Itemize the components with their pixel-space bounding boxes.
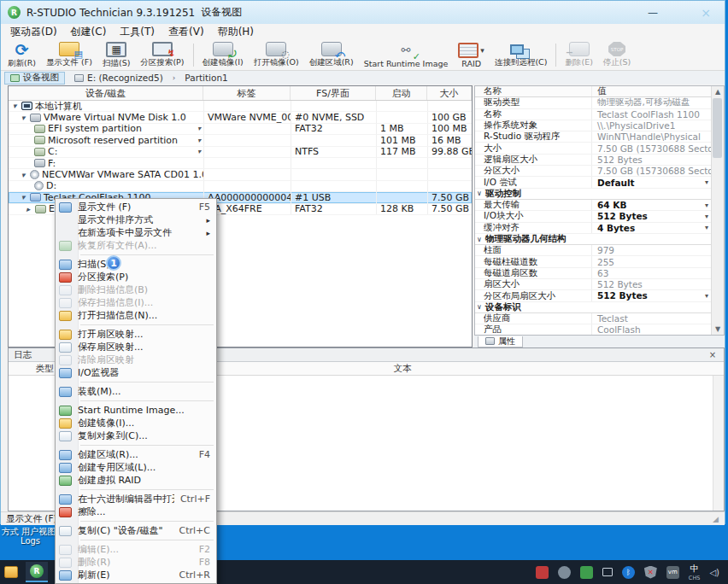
- properties-tab-bar: 属性: [474, 336, 725, 347]
- computer-icon: [21, 102, 32, 110]
- table-row-c-drive[interactable]: C:▾ NTFS117 MB99.88 GB: [9, 147, 472, 158]
- tray-globe-icon[interactable]: [558, 566, 571, 579]
- tray-app-red-icon[interactable]: [536, 566, 549, 579]
- tab-properties[interactable]: 属性: [478, 336, 523, 347]
- menu-item-partition-search[interactable]: 分区搜索(P): [56, 271, 216, 283]
- row-dropdown-arrow[interactable]: ▾: [197, 148, 201, 155]
- bluetooth-icon[interactable]: ᛒ: [622, 566, 635, 579]
- section-device-identification[interactable]: ∨设备标识: [475, 302, 724, 313]
- show-files-button[interactable]: ▤ 显示文件 (F): [41, 40, 97, 70]
- menu-create[interactable]: 创建(C): [65, 24, 113, 40]
- taskbar-folder-button[interactable]: [0, 562, 22, 582]
- defender-shield-icon[interactable]: ✕: [644, 566, 657, 579]
- menu-item-show-files-sorted[interactable]: 显示文件排序方式▸: [56, 213, 216, 226]
- menu-help[interactable]: 帮助(H): [212, 24, 260, 40]
- col-fs-interface[interactable]: FS/界面: [291, 86, 376, 100]
- dropdown-arrow-icon[interactable]: ▾: [705, 213, 708, 220]
- scan-button[interactable]: ▦ 扫描(S): [97, 40, 135, 70]
- tab-partition1[interactable]: Partition1: [179, 72, 233, 85]
- menu-drives[interactable]: 驱动器(D): [4, 24, 63, 40]
- prop-buffer-alignment[interactable]: 缓冲对齐4 Bytes▾: [475, 223, 724, 234]
- scroll-up-icon[interactable]: ▲: [715, 88, 720, 96]
- menu-item-show-files[interactable]: 显示文件 (F)F5: [56, 201, 216, 213]
- table-row-local-computer[interactable]: ▾本地计算机: [9, 101, 472, 112]
- tray-green-app-icon[interactable]: [580, 566, 593, 579]
- menu-view[interactable]: 查看(V): [162, 24, 210, 40]
- minimize-button[interactable]: —: [641, 7, 665, 19]
- menu-separator: [80, 489, 214, 490]
- raid-dropdown-arrow[interactable]: ▾: [480, 46, 484, 55]
- row-dropdown-arrow[interactable]: ▾: [197, 125, 201, 132]
- partition-search-button[interactable]: ↯ 分区搜索(P): [135, 40, 189, 70]
- table-row-d-drive[interactable]: D:: [9, 181, 472, 192]
- menu-item-io-monitor[interactable]: I/O监视器: [56, 366, 216, 379]
- section-drive-control[interactable]: ∨驱动控制: [475, 189, 724, 200]
- col-size[interactable]: 大小: [427, 86, 472, 100]
- menu-item-create-exclusive-region[interactable]: 创建专用区域(L)...: [56, 461, 216, 474]
- desktop-icon-label[interactable]: Logs: [21, 536, 40, 546]
- vmware-icon[interactable]: vm: [666, 566, 679, 579]
- log-close-icon[interactable]: ×: [707, 350, 719, 359]
- create-region-button[interactable]: ⤺ 创建区域(R): [304, 40, 359, 70]
- menu-item-copy-device-disk[interactable]: 复制(C) "设备/磁盘"Ctrl+C: [56, 524, 216, 537]
- tab-recognized-volume[interactable]: E: (Recognized5): [68, 72, 169, 85]
- col-device-disk[interactable]: 设备/磁盘: [9, 86, 203, 100]
- menu-item-mount[interactable]: 装载(M)...: [56, 385, 216, 398]
- input-method-indicator[interactable]: 中: [690, 563, 699, 575]
- prop-max-transfer[interactable]: 最大传输64 KB▾: [475, 200, 724, 211]
- menu-item-open-scan-info[interactable]: 打开扫描信息(N)...: [56, 309, 216, 322]
- table-row-f-drive[interactable]: F:: [9, 158, 472, 169]
- dropdown-arrow-icon[interactable]: ▾: [705, 178, 708, 186]
- tray-window-icon[interactable]: [602, 568, 613, 576]
- menu-item-scan[interactable]: 扫描(S)...: [56, 258, 216, 271]
- prop-partition-layout-sector-size[interactable]: 分区布局扇区大小512 Bytes▾: [475, 290, 724, 301]
- table-row-nvme-disk[interactable]: ▾VMware Virtual NVMe Disk 1.0 VMWare NVM…: [9, 112, 472, 123]
- tab-device-view[interactable]: 设备视图: [4, 72, 65, 85]
- connect-remote-button[interactable]: 连接到远程(C): [490, 40, 553, 70]
- partition-icon: [34, 136, 45, 144]
- window-title: R-STUDIO Technician 9.3.191251: [26, 7, 195, 19]
- volume-icon[interactable]: ◁): [709, 568, 719, 577]
- menu-item-refresh[interactable]: 刷新(E)Ctrl+R: [56, 569, 216, 581]
- delete-icon: −: [569, 42, 590, 56]
- dropdown-arrow-icon[interactable]: ▾: [705, 201, 708, 209]
- table-row-sata-cd[interactable]: ▾NECVMWar VMware SATA CD01 1.00: [9, 169, 472, 180]
- menu-item-create-virtual-raid[interactable]: 创建虚拟 RAID: [56, 474, 216, 487]
- menu-item-open-sector-map[interactable]: 打开扇区映射...: [56, 328, 216, 341]
- menu-item-open-in-hex-editor[interactable]: 在十六进制编辑器中打开...Ctrl+F: [56, 493, 216, 505]
- row-dropdown-arrow[interactable]: ▾: [197, 137, 201, 144]
- table-row-efi-partition[interactable]: EFI system partition▾ FAT321 MB100 MB: [9, 124, 472, 135]
- prop-drive-type: 驱动类型物理驱动器,可移动磁盘: [475, 97, 724, 108]
- scrollbar-thumb[interactable]: [713, 98, 722, 158]
- menu-item-create-image[interactable]: 创建镜像(I)...: [56, 417, 216, 429]
- scroll-down-icon[interactable]: ▼: [715, 325, 720, 333]
- prop-io-unit-size[interactable]: I/O块大小512 Bytes▾: [475, 211, 724, 222]
- close-button[interactable]: ×: [694, 6, 718, 20]
- raid-button[interactable]: ▾ RAID: [453, 40, 490, 70]
- clear-sector-map-icon: [59, 355, 72, 365]
- create-image-button[interactable]: ⤾ 创建镜像(I): [197, 40, 249, 70]
- refresh-button[interactable]: ⟳ 刷新(R): [3, 40, 41, 70]
- dropdown-arrow-icon[interactable]: ▾: [705, 292, 708, 300]
- start-runtime-image-button[interactable]: ⚯✓ Start Runtime Image: [359, 40, 454, 70]
- hdd-icon: [30, 114, 41, 122]
- menu-item-create-region[interactable]: 创建区域(R)...F4: [56, 448, 216, 461]
- menu-item-start-runtime-image[interactable]: Start Runtime Image...: [56, 404, 216, 417]
- col-label[interactable]: 标签: [203, 86, 291, 100]
- table-row-msr-partition[interactable]: Microsoft reserved partition▾ 101 MB16 M…: [9, 135, 472, 146]
- prop-io-tries[interactable]: I/O 尝试Default▾: [475, 177, 724, 188]
- col-start[interactable]: 启动: [376, 86, 427, 100]
- taskbar-rstudio-button[interactable]: R: [26, 562, 48, 582]
- menu-item-erase[interactable]: 擦除...: [56, 505, 216, 518]
- menu-item-copy-object-to[interactable]: 复制对象到(C)...: [56, 429, 216, 442]
- menu-item-save-sector-map[interactable]: 保存扇区映射...: [56, 341, 216, 353]
- menu-item-show-files-new-tab[interactable]: 在新选项卡中显示文件▸: [56, 226, 216, 239]
- open-image-button[interactable]: ◌ 打开镜像(O): [249, 40, 304, 70]
- section-physical-geometry[interactable]: ∨物理驱动器几何结构: [475, 234, 724, 245]
- language-indicator[interactable]: CHS: [689, 575, 701, 581]
- resize-grip[interactable]: ◢: [713, 515, 719, 523]
- log-scrollbar[interactable]: [713, 376, 724, 511]
- menu-separator: [80, 254, 214, 255]
- menu-tools[interactable]: 工具(T): [114, 24, 161, 40]
- dropdown-arrow-icon[interactable]: ▾: [705, 224, 708, 231]
